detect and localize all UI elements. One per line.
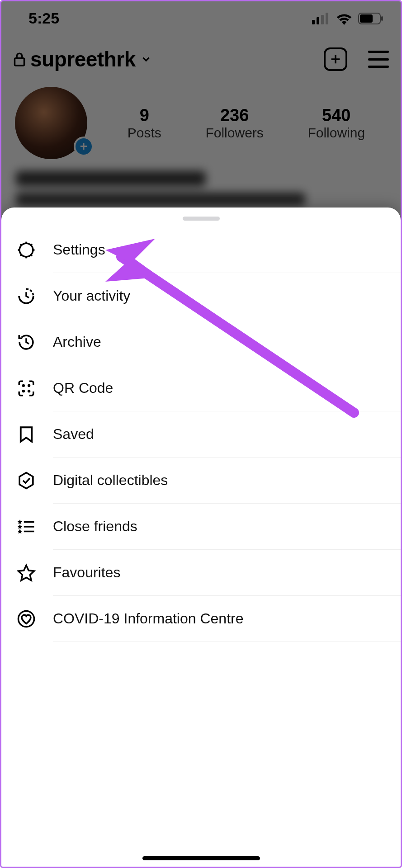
menu-item-qr-code[interactable]: QR Code [15,365,401,411]
menu-item-your-activity[interactable]: Your activity [15,273,401,319]
home-indicator[interactable] [142,856,260,860]
status-time: 5:25 [28,9,59,27]
following-count: 540 [307,106,365,125]
battery-icon [358,13,383,24]
menu-label: COVID-19 Information Centre [53,596,401,642]
menu-list: Settings Your activity Archive [1,227,401,642]
following-stat[interactable]: 540 Following [307,106,365,141]
svg-line-14 [31,255,32,256]
menu-button[interactable] [368,51,389,68]
followers-label: Followers [205,125,263,141]
menu-item-covid-info[interactable]: COVID-19 Information Centre [15,596,401,642]
menu-label: Archive [53,319,401,365]
followers-count: 236 [205,106,263,125]
archive-icon [15,333,38,352]
username[interactable]: supreethrk [30,47,136,71]
svg-point-8 [19,243,33,257]
activity-icon [15,287,38,306]
svg-line-16 [31,244,32,245]
qrcode-icon [15,379,38,398]
svg-rect-3 [326,13,328,24]
close-friends-icon [15,517,38,536]
svg-point-17 [22,384,25,387]
lock-icon [13,52,26,67]
followers-stat[interactable]: 236 Followers [205,106,263,141]
svg-rect-7 [15,58,24,66]
saved-icon [15,425,38,444]
menu-item-archive[interactable]: Archive [15,319,401,365]
wifi-icon [336,12,353,25]
profile-stats-row: + 9 Posts 236 Followers 540 Following [1,78,401,164]
posts-count: 9 [128,106,161,125]
sheet-grabber[interactable] [183,217,220,221]
settings-icon [15,241,38,259]
favourites-icon [15,563,38,582]
menu-item-close-friends[interactable]: Close friends [15,504,401,550]
options-bottom-sheet: Settings Your activity Archive [1,208,401,867]
cellular-icon [312,13,330,24]
following-label: Following [307,125,365,141]
menu-label: Settings [53,227,401,273]
svg-line-13 [20,244,21,245]
menu-label: Your activity [53,273,401,319]
menu-item-saved[interactable]: Saved [15,411,401,458]
heart-info-icon [15,609,38,628]
add-story-badge[interactable]: + [74,137,94,156]
svg-line-15 [20,255,21,256]
avatar[interactable]: + [15,87,96,159]
create-button[interactable] [324,47,347,71]
svg-point-20 [28,390,30,392]
svg-rect-0 [312,20,315,24]
status-right [312,12,383,25]
menu-label: Digital collectibles [53,458,401,504]
menu-label: Favourites [53,550,401,596]
svg-point-19 [22,390,25,392]
profile-header: supreethrk [1,31,401,78]
svg-point-18 [28,384,30,387]
svg-rect-1 [317,17,319,24]
menu-label: Saved [53,411,401,458]
menu-item-settings[interactable]: Settings [15,227,401,273]
posts-label: Posts [128,125,161,141]
menu-label: Close friends [53,504,401,550]
menu-label: QR Code [53,365,401,411]
posts-stat[interactable]: 9 Posts [128,106,161,141]
menu-item-digital-collectibles[interactable]: Digital collectibles [15,458,401,504]
chevron-down-icon[interactable] [140,53,152,65]
collectibles-icon [15,471,38,490]
status-bar: 5:25 [1,1,401,31]
menu-item-favourites[interactable]: Favourites [15,550,401,596]
svg-rect-2 [321,15,324,24]
bio-blurred [1,164,401,213]
svg-rect-6 [360,14,373,23]
svg-rect-5 [381,16,383,21]
